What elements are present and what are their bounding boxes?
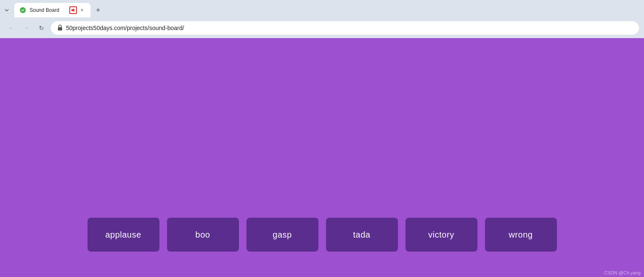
sound-button-applause[interactable]: applause [88, 218, 159, 252]
main-content: applauseboogasptadavictorywrong CSDN @Ch… [0, 38, 644, 277]
reload-button[interactable]: ↻ [36, 22, 47, 34]
svg-rect-5 [58, 27, 62, 30]
sound-button-boo[interactable]: boo [167, 218, 239, 252]
url-text: 50projects50days.com/projects/sound-boar… [66, 25, 184, 31]
forward-button[interactable]: → [20, 22, 32, 34]
tab-title: Sound Board [30, 7, 67, 13]
sound-button-victory[interactable]: victory [406, 218, 477, 252]
svg-line-4 [74, 11, 75, 12]
lock-icon [58, 25, 63, 32]
back-button[interactable]: ← [5, 22, 17, 34]
sound-button-wrong[interactable]: wrong [485, 218, 557, 252]
sound-buttons-row: applauseboogasptadavictorywrong [88, 218, 557, 252]
tab-active[interactable]: Sound Board × [14, 3, 90, 17]
tab-mute-button[interactable] [69, 6, 77, 14]
browser-chrome: Sound Board × + ← → ↻ [0, 0, 644, 38]
url-bar[interactable]: 50projects50days.com/projects/sound-boar… [51, 21, 639, 35]
svg-marker-1 [71, 8, 74, 12]
tab-list-button[interactable] [3, 7, 10, 14]
tab-close-button[interactable]: × [79, 7, 85, 14]
tab-bar: Sound Board × + [0, 0, 644, 18]
address-bar: ← → ↻ 50projects50days.com/projects/soun… [0, 18, 644, 38]
sound-button-tada[interactable]: tada [326, 218, 398, 252]
nav-controls-left [3, 7, 12, 14]
svg-line-2 [74, 9, 75, 10]
watermark: CSDN @Ch.yang [604, 270, 641, 275]
sound-button-gasp[interactable]: gasp [247, 218, 318, 252]
new-tab-button[interactable]: + [92, 4, 104, 16]
tab-favicon [19, 7, 26, 14]
